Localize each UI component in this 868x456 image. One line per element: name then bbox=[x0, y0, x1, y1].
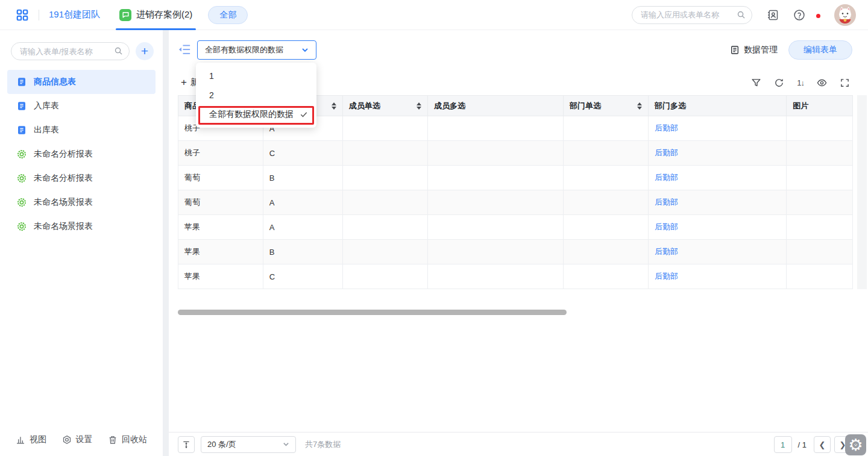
search-icon bbox=[737, 10, 746, 19]
sorter-icon[interactable] bbox=[637, 102, 642, 110]
edit-form-button[interactable]: 编辑表单 bbox=[788, 40, 852, 60]
cell-dept_single bbox=[563, 116, 648, 141]
form-search-input[interactable] bbox=[11, 42, 130, 60]
add-form-button[interactable]: + bbox=[136, 42, 154, 60]
fullscreen-icon[interactable] bbox=[840, 78, 850, 88]
trash-icon bbox=[108, 435, 118, 445]
row-height-button[interactable] bbox=[178, 436, 195, 453]
table-action-icons: 1↓ bbox=[751, 78, 850, 88]
table-row-3[interactable]: 葡萄A后勤部 bbox=[178, 190, 853, 215]
team-name[interactable]: 191创建团队 bbox=[49, 9, 100, 20]
floating-settings-button[interactable]: ⚙ ✕ bbox=[845, 434, 866, 455]
department-link[interactable]: 后勤部 bbox=[655, 222, 678, 231]
sidebar-search-row: + bbox=[0, 30, 163, 67]
table-row-5[interactable]: 苹果B后勤部 bbox=[178, 240, 853, 264]
sidebar-item-label: 未命名场景报表 bbox=[34, 197, 93, 208]
cell-name: 苹果 bbox=[178, 264, 263, 289]
sidebar-item-3[interactable]: 未命名分析报表 bbox=[7, 142, 156, 166]
sidebar-item-0[interactable]: 商品信息表 bbox=[7, 70, 156, 94]
sorter-icon[interactable] bbox=[417, 102, 421, 110]
sidebar-item-4[interactable]: 未命名分析报表 bbox=[7, 166, 156, 190]
sidebar-footer-回收站[interactable]: 回收站 bbox=[108, 434, 147, 445]
cell-image bbox=[787, 215, 853, 240]
plus-icon: + bbox=[181, 78, 187, 87]
horizontal-scrollbar[interactable] bbox=[178, 310, 567, 315]
avatar[interactable] bbox=[834, 4, 856, 26]
table-row-1[interactable]: 桃子C后勤部 bbox=[178, 141, 853, 166]
app-tab[interactable]: 进销存案例(2) bbox=[119, 0, 192, 30]
column-header-label: 部门单选 bbox=[570, 101, 601, 111]
sidebar-footer-视图[interactable]: 视图 bbox=[16, 434, 46, 445]
sidebar-item-2[interactable]: 出库表 bbox=[7, 118, 156, 142]
top-navbar: 191创建团队 进销存案例(2) 全部 bbox=[0, 0, 868, 30]
sidebar: + 商品信息表入库表出库表未命名分析报表未命名分析报表未命名场景报表未命名场景报… bbox=[0, 30, 163, 456]
total-count-text: 共7条数据 bbox=[305, 439, 341, 450]
refresh-icon[interactable] bbox=[774, 78, 784, 88]
collapse-sidebar-icon[interactable] bbox=[178, 44, 190, 55]
cell-dept_multi: 后勤部 bbox=[649, 141, 787, 166]
sidebar-item-5[interactable]: 未命名场景报表 bbox=[7, 190, 156, 214]
contacts-icon[interactable] bbox=[767, 9, 779, 21]
document-icon bbox=[730, 45, 740, 55]
sidebar-list: 商品信息表入库表出库表未命名分析报表未命名分析报表未命名场景报表未命名场景报表 bbox=[0, 67, 163, 241]
dropdown-option-label: 1 bbox=[209, 71, 214, 81]
form-search bbox=[11, 42, 130, 60]
cell-member_single bbox=[342, 190, 427, 215]
sidebar-item-label: 入库表 bbox=[34, 101, 59, 111]
table-row-2[interactable]: 葡萄B后勤部 bbox=[178, 166, 853, 190]
cell-dept_multi: 后勤部 bbox=[649, 190, 787, 215]
report-target-icon bbox=[17, 198, 27, 207]
department-link[interactable]: 后勤部 bbox=[655, 173, 678, 182]
page: 191创建团队 进销存案例(2) 全部 bbox=[0, 0, 868, 456]
cell-dept_single bbox=[563, 166, 648, 190]
sidebar-item-1[interactable]: 入库表 bbox=[7, 94, 156, 118]
global-search-input[interactable] bbox=[632, 6, 752, 24]
gear-icon bbox=[62, 435, 72, 445]
cell-choice: A bbox=[263, 215, 342, 240]
page-size-select[interactable]: 20 条/页 bbox=[201, 436, 296, 453]
column-header-dept_multi: 部门多选 bbox=[649, 96, 787, 116]
sidebar-footer-设置[interactable]: 设置 bbox=[62, 434, 93, 445]
chevron-down-icon bbox=[283, 441, 289, 448]
cell-member_single bbox=[342, 215, 427, 240]
cell-member_multi bbox=[427, 215, 563, 240]
sorter-icon[interactable] bbox=[332, 102, 336, 110]
all-filter-pill[interactable]: 全部 bbox=[208, 6, 248, 24]
help-icon[interactable] bbox=[793, 9, 805, 21]
data-manage-button[interactable]: 数据管理 bbox=[730, 45, 778, 55]
department-link[interactable]: 后勤部 bbox=[655, 198, 678, 207]
current-page-input[interactable] bbox=[774, 436, 792, 453]
sidebar-item-label: 商品信息表 bbox=[34, 77, 76, 87]
column-header-label: 图片 bbox=[793, 101, 808, 111]
cell-choice: B bbox=[263, 166, 342, 190]
column-header-member_single: 成员单选 bbox=[342, 96, 427, 116]
cell-dept_multi: 后勤部 bbox=[649, 264, 787, 289]
dropdown-option-2[interactable]: 全部有数据权限的数据 bbox=[196, 105, 316, 124]
cell-choice: C bbox=[263, 264, 342, 289]
dropdown-option-1[interactable]: 2 bbox=[196, 86, 316, 105]
filter-icon[interactable] bbox=[751, 78, 761, 88]
eye-icon[interactable] bbox=[817, 78, 827, 88]
sidebar-item-6[interactable]: 未命名场景报表 bbox=[7, 214, 156, 239]
page-total-label: / 1 bbox=[798, 440, 807, 449]
department-link[interactable]: 后勤部 bbox=[655, 272, 678, 281]
sort-icon[interactable]: 1↓ bbox=[797, 78, 804, 87]
bar-chart-icon bbox=[16, 435, 25, 445]
cell-image bbox=[787, 116, 853, 141]
prev-page-button[interactable]: ❮ bbox=[814, 436, 831, 453]
dropdown-option-0[interactable]: 1 bbox=[196, 66, 316, 86]
department-link[interactable]: 后勤部 bbox=[655, 123, 678, 133]
department-link[interactable]: 后勤部 bbox=[655, 148, 678, 157]
table-row-4[interactable]: 苹果A后勤部 bbox=[178, 215, 853, 240]
report-target-icon bbox=[17, 222, 27, 231]
column-header-dept_single: 部门单选 bbox=[563, 96, 648, 116]
table-row-6[interactable]: 苹果C后勤部 bbox=[178, 264, 853, 289]
column-header-member_multi: 成员多选 bbox=[427, 96, 563, 116]
apps-grid-icon[interactable] bbox=[16, 8, 29, 22]
cell-image bbox=[787, 141, 853, 166]
cell-dept_multi: 后勤部 bbox=[649, 116, 787, 141]
department-link[interactable]: 后勤部 bbox=[655, 247, 678, 256]
cell-image bbox=[787, 190, 853, 215]
data-scope-select[interactable]: 全部有数据权限的数据 bbox=[197, 40, 316, 60]
cell-member_single bbox=[342, 264, 427, 289]
